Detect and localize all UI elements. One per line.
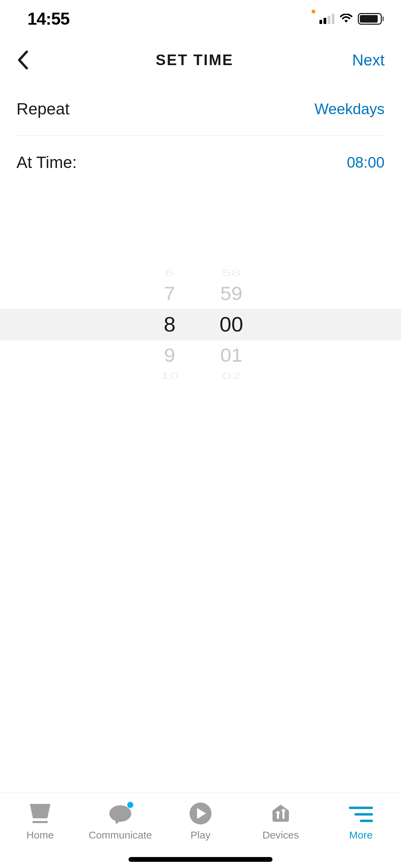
home-indicator[interactable] [129,857,272,862]
at-time-value: 08:00 [347,154,385,171]
hour-picker-column[interactable]: 6 7 8 9 10 [153,268,187,371]
next-button[interactable]: Next [352,51,385,69]
back-button[interactable] [16,50,37,70]
devices-icon [270,803,291,824]
tab-label: Play [191,829,210,841]
repeat-value: Weekdays [314,100,385,118]
wifi-icon [339,14,353,24]
hour-option: 7 [164,279,175,308]
hour-option: 9 [164,340,175,370]
speech-bubble-icon [109,803,131,824]
status-bar: 14:55 [0,0,401,38]
svg-rect-3 [282,812,284,819]
tab-label: Devices [263,829,299,841]
minute-option: 59 [220,279,243,308]
at-time-label: At Time: [16,153,77,172]
minute-picker-column[interactable]: 58 59 00 01 02 [214,268,248,371]
more-icon [349,803,373,824]
status-time: 14:55 [27,9,70,29]
play-icon [190,803,211,824]
hour-option-faint: 10 [160,373,179,378]
status-indicators [319,13,384,25]
page-title: SET TIME [156,51,233,69]
at-time-row: At Time: 08:00 [0,136,401,189]
time-picker[interactable]: 6 7 8 9 10 58 59 00 01 02 [0,268,401,371]
tab-label: More [349,829,373,841]
minute-option-faint: 02 [222,373,241,378]
hour-option-faint: 6 [165,270,174,276]
minute-selected: 00 [220,309,243,340]
minute-option-faint: 58 [222,270,241,276]
notification-dot [127,802,133,808]
tab-label: Home [26,829,54,841]
tab-more[interactable]: More [330,803,392,868]
tab-bar: Home Communicate Play Devices Mor [0,793,401,868]
svg-point-2 [282,809,285,812]
battery-icon [358,13,384,25]
home-icon [30,803,50,824]
minute-option: 01 [220,340,243,370]
svg-rect-1 [277,814,279,819]
hour-selected: 8 [164,309,175,340]
tab-label: Communicate [88,829,152,841]
nav-header: SET TIME Next [0,38,401,82]
privacy-indicator-dot [312,10,315,13]
svg-point-0 [276,811,280,815]
cellular-signal-icon [319,14,335,24]
repeat-row[interactable]: Repeat Weekdays [0,82,401,135]
repeat-label: Repeat [16,99,70,118]
tab-home[interactable]: Home [9,803,71,868]
